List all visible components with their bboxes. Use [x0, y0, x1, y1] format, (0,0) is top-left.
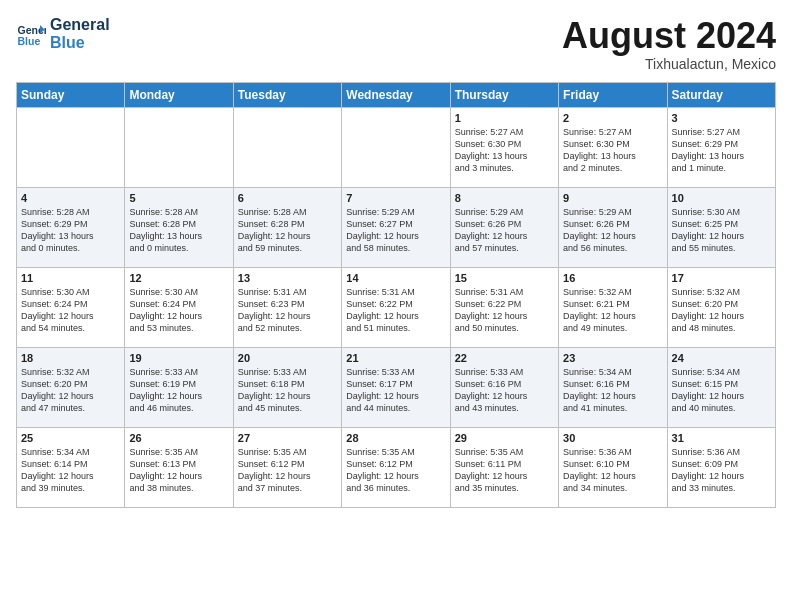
- day-info: Sunrise: 5:30 AM Sunset: 6:24 PM Dayligh…: [21, 286, 120, 335]
- day-number: 11: [21, 272, 120, 284]
- day-number: 23: [563, 352, 662, 364]
- day-number: 30: [563, 432, 662, 444]
- calendar-cell: 10Sunrise: 5:30 AM Sunset: 6:25 PM Dayli…: [667, 187, 775, 267]
- calendar-cell: 9Sunrise: 5:29 AM Sunset: 6:26 PM Daylig…: [559, 187, 667, 267]
- calendar-cell: 6Sunrise: 5:28 AM Sunset: 6:28 PM Daylig…: [233, 187, 341, 267]
- day-number: 27: [238, 432, 337, 444]
- calendar-cell: 2Sunrise: 5:27 AM Sunset: 6:30 PM Daylig…: [559, 107, 667, 187]
- calendar-cell: 15Sunrise: 5:31 AM Sunset: 6:22 PM Dayli…: [450, 267, 558, 347]
- calendar-cell: 13Sunrise: 5:31 AM Sunset: 6:23 PM Dayli…: [233, 267, 341, 347]
- calendar-cell: 12Sunrise: 5:30 AM Sunset: 6:24 PM Dayli…: [125, 267, 233, 347]
- day-number: 4: [21, 192, 120, 204]
- day-info: Sunrise: 5:28 AM Sunset: 6:28 PM Dayligh…: [129, 206, 228, 255]
- logo-blue: Blue: [50, 34, 110, 52]
- day-info: Sunrise: 5:29 AM Sunset: 6:26 PM Dayligh…: [563, 206, 662, 255]
- calendar-cell: 11Sunrise: 5:30 AM Sunset: 6:24 PM Dayli…: [17, 267, 125, 347]
- title-block: August 2024 Tixhualactun, Mexico: [562, 16, 776, 72]
- calendar-cell: 24Sunrise: 5:34 AM Sunset: 6:15 PM Dayli…: [667, 347, 775, 427]
- weekday-saturday: Saturday: [667, 82, 775, 107]
- calendar-cell: 25Sunrise: 5:34 AM Sunset: 6:14 PM Dayli…: [17, 427, 125, 507]
- day-info: Sunrise: 5:28 AM Sunset: 6:29 PM Dayligh…: [21, 206, 120, 255]
- calendar-cell: 27Sunrise: 5:35 AM Sunset: 6:12 PM Dayli…: [233, 427, 341, 507]
- calendar-cell: 23Sunrise: 5:34 AM Sunset: 6:16 PM Dayli…: [559, 347, 667, 427]
- day-info: Sunrise: 5:34 AM Sunset: 6:16 PM Dayligh…: [563, 366, 662, 415]
- day-info: Sunrise: 5:27 AM Sunset: 6:29 PM Dayligh…: [672, 126, 771, 175]
- page-header: General Blue General Blue August 2024 Ti…: [16, 16, 776, 72]
- calendar-cell: 16Sunrise: 5:32 AM Sunset: 6:21 PM Dayli…: [559, 267, 667, 347]
- weekday-wednesday: Wednesday: [342, 82, 450, 107]
- day-number: 5: [129, 192, 228, 204]
- day-info: Sunrise: 5:33 AM Sunset: 6:19 PM Dayligh…: [129, 366, 228, 415]
- day-info: Sunrise: 5:32 AM Sunset: 6:20 PM Dayligh…: [21, 366, 120, 415]
- day-number: 19: [129, 352, 228, 364]
- day-info: Sunrise: 5:35 AM Sunset: 6:11 PM Dayligh…: [455, 446, 554, 495]
- week-row-3: 11Sunrise: 5:30 AM Sunset: 6:24 PM Dayli…: [17, 267, 776, 347]
- day-info: Sunrise: 5:31 AM Sunset: 6:23 PM Dayligh…: [238, 286, 337, 335]
- day-info: Sunrise: 5:35 AM Sunset: 6:12 PM Dayligh…: [346, 446, 445, 495]
- day-info: Sunrise: 5:36 AM Sunset: 6:10 PM Dayligh…: [563, 446, 662, 495]
- calendar-cell: 19Sunrise: 5:33 AM Sunset: 6:19 PM Dayli…: [125, 347, 233, 427]
- day-number: 7: [346, 192, 445, 204]
- calendar-body: 1Sunrise: 5:27 AM Sunset: 6:30 PM Daylig…: [17, 107, 776, 507]
- calendar-cell: 14Sunrise: 5:31 AM Sunset: 6:22 PM Dayli…: [342, 267, 450, 347]
- location-subtitle: Tixhualactun, Mexico: [562, 56, 776, 72]
- day-info: Sunrise: 5:33 AM Sunset: 6:16 PM Dayligh…: [455, 366, 554, 415]
- day-number: 26: [129, 432, 228, 444]
- weekday-thursday: Thursday: [450, 82, 558, 107]
- day-number: 29: [455, 432, 554, 444]
- logo-general: General: [50, 16, 110, 34]
- day-info: Sunrise: 5:35 AM Sunset: 6:12 PM Dayligh…: [238, 446, 337, 495]
- day-number: 6: [238, 192, 337, 204]
- day-info: Sunrise: 5:35 AM Sunset: 6:13 PM Dayligh…: [129, 446, 228, 495]
- day-info: Sunrise: 5:34 AM Sunset: 6:15 PM Dayligh…: [672, 366, 771, 415]
- day-info: Sunrise: 5:33 AM Sunset: 6:17 PM Dayligh…: [346, 366, 445, 415]
- week-row-4: 18Sunrise: 5:32 AM Sunset: 6:20 PM Dayli…: [17, 347, 776, 427]
- month-year-title: August 2024: [562, 16, 776, 56]
- day-number: 10: [672, 192, 771, 204]
- day-number: 17: [672, 272, 771, 284]
- day-number: 22: [455, 352, 554, 364]
- day-number: 9: [563, 192, 662, 204]
- week-row-1: 1Sunrise: 5:27 AM Sunset: 6:30 PM Daylig…: [17, 107, 776, 187]
- calendar-cell: 1Sunrise: 5:27 AM Sunset: 6:30 PM Daylig…: [450, 107, 558, 187]
- logo-icon: General Blue: [16, 19, 46, 49]
- week-row-5: 25Sunrise: 5:34 AM Sunset: 6:14 PM Dayli…: [17, 427, 776, 507]
- day-number: 8: [455, 192, 554, 204]
- calendar-cell: 5Sunrise: 5:28 AM Sunset: 6:28 PM Daylig…: [125, 187, 233, 267]
- calendar-cell: 30Sunrise: 5:36 AM Sunset: 6:10 PM Dayli…: [559, 427, 667, 507]
- weekday-sunday: Sunday: [17, 82, 125, 107]
- weekday-header-row: SundayMondayTuesdayWednesdayThursdayFrid…: [17, 82, 776, 107]
- day-info: Sunrise: 5:34 AM Sunset: 6:14 PM Dayligh…: [21, 446, 120, 495]
- calendar-cell: [342, 107, 450, 187]
- day-info: Sunrise: 5:30 AM Sunset: 6:24 PM Dayligh…: [129, 286, 228, 335]
- day-info: Sunrise: 5:32 AM Sunset: 6:20 PM Dayligh…: [672, 286, 771, 335]
- day-info: Sunrise: 5:28 AM Sunset: 6:28 PM Dayligh…: [238, 206, 337, 255]
- calendar-cell: [233, 107, 341, 187]
- day-number: 28: [346, 432, 445, 444]
- day-number: 16: [563, 272, 662, 284]
- day-number: 3: [672, 112, 771, 124]
- day-number: 15: [455, 272, 554, 284]
- weekday-monday: Monday: [125, 82, 233, 107]
- calendar-cell: 4Sunrise: 5:28 AM Sunset: 6:29 PM Daylig…: [17, 187, 125, 267]
- day-info: Sunrise: 5:31 AM Sunset: 6:22 PM Dayligh…: [346, 286, 445, 335]
- day-number: 25: [21, 432, 120, 444]
- day-info: Sunrise: 5:33 AM Sunset: 6:18 PM Dayligh…: [238, 366, 337, 415]
- calendar-cell: 21Sunrise: 5:33 AM Sunset: 6:17 PM Dayli…: [342, 347, 450, 427]
- logo: General Blue General Blue: [16, 16, 110, 51]
- calendar-cell: [125, 107, 233, 187]
- week-row-2: 4Sunrise: 5:28 AM Sunset: 6:29 PM Daylig…: [17, 187, 776, 267]
- calendar-cell: [17, 107, 125, 187]
- day-info: Sunrise: 5:27 AM Sunset: 6:30 PM Dayligh…: [563, 126, 662, 175]
- day-number: 18: [21, 352, 120, 364]
- day-number: 20: [238, 352, 337, 364]
- day-number: 14: [346, 272, 445, 284]
- day-number: 24: [672, 352, 771, 364]
- weekday-tuesday: Tuesday: [233, 82, 341, 107]
- svg-text:Blue: Blue: [18, 34, 41, 46]
- calendar-cell: 3Sunrise: 5:27 AM Sunset: 6:29 PM Daylig…: [667, 107, 775, 187]
- calendar-cell: 26Sunrise: 5:35 AM Sunset: 6:13 PM Dayli…: [125, 427, 233, 507]
- day-number: 2: [563, 112, 662, 124]
- calendar-table: SundayMondayTuesdayWednesdayThursdayFrid…: [16, 82, 776, 508]
- day-info: Sunrise: 5:32 AM Sunset: 6:21 PM Dayligh…: [563, 286, 662, 335]
